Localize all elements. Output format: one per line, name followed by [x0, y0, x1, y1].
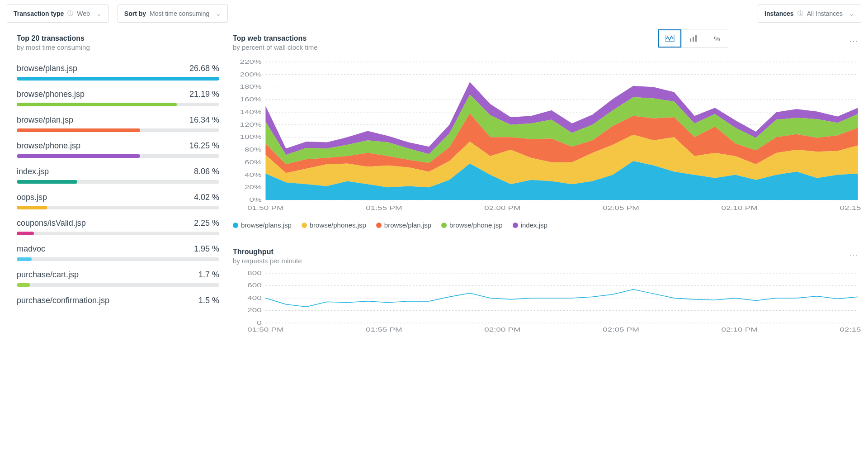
legend-item[interactable]: browse/phones.jsp: [302, 221, 366, 229]
instances-label: Instances: [764, 10, 794, 17]
svg-text:01:50 PM: 01:50 PM: [247, 204, 283, 211]
transaction-row[interactable]: index.jsp 8.06 %: [17, 167, 219, 184]
svg-text:140%: 140%: [240, 109, 262, 115]
svg-text:800: 800: [247, 271, 261, 276]
legend-item[interactable]: browse/phone.jsp: [441, 221, 503, 229]
svg-text:01:55 PM: 01:55 PM: [366, 204, 402, 211]
svg-text:02:15 PM: 02:15 PM: [840, 326, 861, 332]
legend-item[interactable]: browse/plans.jsp: [233, 221, 292, 229]
svg-text:60%: 60%: [245, 159, 262, 165]
transaction-bar: [17, 283, 219, 287]
svg-rect-2: [693, 37, 694, 42]
transaction-type-dropdown[interactable]: Transaction type ⓘ Web ⌄: [7, 5, 108, 23]
percent-label: %: [714, 35, 720, 43]
svg-text:02:10 PM: 02:10 PM: [721, 326, 757, 332]
svg-text:80%: 80%: [245, 146, 262, 152]
transaction-percent: 8.06 %: [194, 167, 219, 176]
svg-text:200%: 200%: [240, 71, 262, 77]
top-chart-subtitle: by percent of wall clock time: [233, 43, 658, 51]
chevron-down-icon: ⌄: [216, 10, 221, 17]
transaction-percent: 16.34 %: [189, 115, 219, 125]
svg-text:02:05 PM: 02:05 PM: [603, 204, 639, 211]
svg-text:160%: 160%: [240, 96, 262, 102]
chart-view-bar-button[interactable]: [682, 29, 705, 47]
transaction-row[interactable]: purchase/cart.jsp 1.7 %: [17, 270, 219, 287]
legend-dot-icon: [441, 223, 447, 228]
transaction-name: index.jsp: [17, 167, 49, 176]
throughput-title: Throughput: [233, 248, 847, 256]
throughput-chart: 020040060080001:50 PM01:55 PM02:00 PM02:…: [233, 271, 861, 336]
top-chart-title: Top web transactions: [233, 34, 658, 43]
transaction-bar: [17, 232, 219, 235]
transaction-bar: [17, 206, 219, 209]
help-icon: ⓘ: [797, 9, 803, 18]
transaction-percent: 16.25 %: [189, 141, 219, 151]
transaction-percent: 1.7 %: [198, 270, 219, 280]
svg-text:100%: 100%: [240, 133, 262, 140]
throughput-more-button[interactable]: ⋯: [847, 248, 861, 265]
svg-text:01:50 PM: 01:50 PM: [247, 326, 283, 332]
sort-by-value: Most time consuming: [150, 10, 209, 17]
transaction-name: coupons/isValid.jsp: [17, 218, 86, 228]
bar-chart-icon: [689, 35, 698, 42]
svg-text:02:05 PM: 02:05 PM: [603, 326, 639, 332]
svg-text:0%: 0%: [250, 196, 262, 203]
legend-dot-icon: [302, 223, 307, 228]
transaction-bar: [17, 128, 219, 132]
svg-text:120%: 120%: [240, 121, 262, 128]
line-chart-icon: [665, 35, 675, 42]
svg-text:220%: 220%: [240, 60, 262, 65]
transaction-bar: [17, 77, 219, 81]
transaction-row[interactable]: browse/phone.jsp 16.25 %: [17, 141, 219, 158]
transaction-row[interactable]: browse/plans.jsp 26.68 %: [17, 64, 219, 81]
transaction-row[interactable]: browse/plan.jsp 16.34 %: [17, 115, 219, 132]
svg-text:200: 200: [247, 307, 261, 313]
transaction-row[interactable]: browse/phones.jsp 21.19 %: [17, 90, 219, 106]
chart-view-line-button[interactable]: [658, 29, 682, 47]
svg-text:02:00 PM: 02:00 PM: [484, 204, 520, 211]
sort-by-label: Sort by: [124, 10, 146, 17]
legend-dot-icon: [513, 223, 518, 228]
legend-item[interactable]: browse/plan.jsp: [376, 221, 431, 229]
transaction-name: oops.jsp: [17, 193, 47, 202]
transaction-bar: [17, 154, 219, 158]
transaction-name: madvoc: [17, 244, 45, 254]
legend-label: index.jsp: [521, 221, 547, 229]
transaction-percent: 4.02 %: [194, 193, 219, 202]
sidebar-subtitle: by most time consuming: [17, 43, 219, 51]
transaction-percent: 2.25 %: [194, 218, 219, 228]
svg-text:20%: 20%: [245, 184, 262, 190]
chart-view-percent-button[interactable]: %: [705, 29, 729, 47]
svg-text:180%: 180%: [240, 83, 262, 90]
svg-text:02:15 PM: 02:15 PM: [840, 204, 861, 211]
transaction-name: purchase/cart.jsp: [17, 270, 79, 280]
throughput-subtitle: by requests per minute: [233, 257, 847, 265]
svg-text:40%: 40%: [245, 171, 262, 177]
transaction-name: browse/plan.jsp: [17, 115, 73, 125]
svg-text:02:10 PM: 02:10 PM: [721, 204, 757, 211]
sort-by-dropdown[interactable]: Sort by Most time consuming ⌄: [118, 5, 228, 23]
svg-text:400: 400: [247, 294, 261, 301]
transaction-name: browse/phones.jsp: [17, 90, 85, 99]
transaction-row[interactable]: madvoc 1.95 %: [17, 244, 219, 261]
instances-dropdown[interactable]: Instances ⓘ All Instances ⌄: [758, 5, 861, 23]
legend-item[interactable]: index.jsp: [513, 221, 547, 229]
transaction-percent: 26.68 %: [189, 64, 219, 73]
transaction-percent: 1.95 %: [194, 244, 219, 254]
svg-rect-3: [695, 35, 697, 42]
legend-label: browse/phones.jsp: [310, 221, 366, 229]
chart-view-switch: %: [658, 29, 729, 48]
legend-label: browse/plans.jsp: [241, 221, 292, 229]
transaction-percent: 21.19 %: [189, 90, 219, 99]
svg-text:02:00 PM: 02:00 PM: [484, 326, 520, 332]
transaction-bar: [17, 103, 219, 106]
sidebar-title: Top 20 transactions: [17, 34, 219, 43]
transaction-row[interactable]: coupons/isValid.jsp 2.25 %: [17, 218, 219, 235]
transaction-name: browse/plans.jsp: [17, 64, 77, 73]
transaction-row[interactable]: purchase/confirmation.jsp 1.5 %: [17, 296, 219, 305]
svg-text:0: 0: [257, 319, 261, 326]
transaction-row[interactable]: oops.jsp 4.02 %: [17, 193, 219, 209]
chart-more-button[interactable]: ⋯: [847, 34, 861, 48]
help-icon: ⓘ: [67, 9, 73, 18]
chevron-down-icon: ⌄: [96, 10, 102, 17]
